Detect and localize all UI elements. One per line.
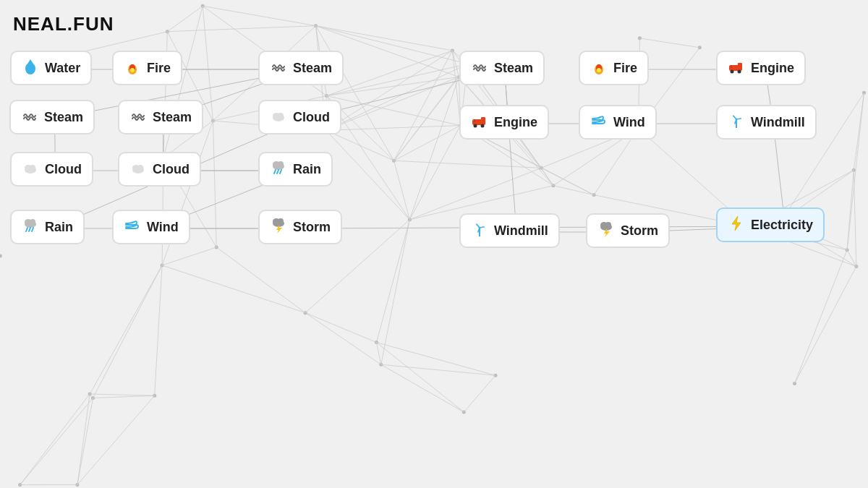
svg-point-225 <box>130 68 135 72</box>
svg-line-45 <box>77 395 155 484</box>
svg-line-67 <box>394 160 542 168</box>
svg-line-59 <box>305 313 376 343</box>
card-rain1[interactable]: Rain <box>258 152 333 187</box>
svg-line-78 <box>394 160 410 219</box>
svg-point-261 <box>30 219 35 225</box>
svg-line-58 <box>162 265 305 313</box>
electricity-label: Electricity <box>751 218 813 233</box>
card-windmill1[interactable]: Windmill <box>716 105 817 140</box>
card-steam2[interactable]: Steam <box>9 100 95 134</box>
svg-line-118 <box>77 398 93 484</box>
fire1-label: Fire <box>147 61 171 76</box>
card-windmill2[interactable]: Windmill <box>459 213 560 248</box>
card-wind2[interactable]: Wind <box>112 210 190 244</box>
svg-line-48 <box>394 51 453 160</box>
rain1-label: Rain <box>293 162 321 177</box>
card-fire1[interactable]: Fire <box>112 51 182 85</box>
card-steam1[interactable]: Steam <box>258 51 344 85</box>
svg-line-43 <box>155 265 162 395</box>
svg-line-54 <box>316 26 394 161</box>
svg-point-249 <box>30 165 35 171</box>
card-cloud3[interactable]: Cloud <box>118 152 201 187</box>
card-water[interactable]: Water <box>10 51 92 85</box>
cloud1-label: Cloud <box>293 110 330 125</box>
electricity-icon <box>728 215 745 235</box>
svg-rect-230 <box>738 63 742 67</box>
rain1-icon <box>270 159 287 179</box>
svg-line-95 <box>376 343 464 412</box>
svg-point-39 <box>0 254 2 258</box>
card-steam3[interactable]: Steam <box>459 51 545 85</box>
svg-line-81 <box>326 130 410 219</box>
svg-point-267 <box>278 218 284 224</box>
cloud2-icon <box>22 159 39 179</box>
svg-marker-278 <box>732 216 741 231</box>
svg-line-91 <box>326 64 468 130</box>
svg-line-138 <box>326 77 459 95</box>
card-cloud1[interactable]: Cloud <box>258 100 341 134</box>
svg-line-94 <box>381 364 464 412</box>
steam3-label: Steam <box>494 61 533 76</box>
card-storm1[interactable]: Storm <box>258 210 342 244</box>
storm1-label: Storm <box>293 220 331 235</box>
card-engine1[interactable]: Engine <box>716 51 806 85</box>
fire1-icon <box>124 58 141 78</box>
card-engine2[interactable]: Engine <box>459 105 549 140</box>
svg-line-119 <box>20 398 93 484</box>
svg-point-236 <box>278 113 284 119</box>
card-fire2[interactable]: Fire <box>579 51 649 85</box>
svg-line-132 <box>847 250 856 267</box>
svg-line-128 <box>409 126 460 220</box>
svg-line-256 <box>274 170 276 174</box>
windmill2-label: Windmill <box>494 223 548 239</box>
card-electricity[interactable]: Electricity <box>716 207 825 242</box>
svg-line-264 <box>32 228 33 231</box>
svg-marker-222 <box>25 59 35 67</box>
cloud3-label: Cloud <box>153 162 190 177</box>
storm2-label: Storm <box>621 223 658 239</box>
steam4-label: Steam <box>153 110 192 125</box>
svg-line-263 <box>29 228 30 231</box>
svg-line-116 <box>93 395 155 398</box>
svg-line-98 <box>90 265 162 394</box>
svg-point-232 <box>738 70 741 74</box>
svg-rect-241 <box>474 119 475 122</box>
svg-line-56 <box>216 247 305 313</box>
svg-rect-271 <box>476 223 480 228</box>
fire2-icon <box>590 58 608 78</box>
water-label: Water <box>45 61 80 76</box>
card-cloud2[interactable]: Cloud <box>10 152 93 187</box>
svg-line-258 <box>280 170 281 174</box>
svg-line-53 <box>167 26 315 32</box>
svg-line-71 <box>795 267 856 384</box>
card-wind1[interactable]: Wind <box>579 105 657 140</box>
storm1-icon <box>270 217 287 237</box>
engine1-label: Engine <box>751 61 794 76</box>
engine2-icon <box>471 112 488 132</box>
svg-point-239 <box>474 124 477 128</box>
svg-line-88 <box>394 64 468 160</box>
steam3-icon <box>471 58 488 78</box>
wind1-icon <box>590 112 608 132</box>
svg-line-70 <box>376 343 495 376</box>
wind2-icon <box>124 217 141 237</box>
fire2-label: Fire <box>613 61 637 76</box>
steam1-label: Steam <box>293 61 332 76</box>
svg-line-40 <box>553 186 594 195</box>
storm2-icon <box>597 221 615 241</box>
svg-line-60 <box>326 51 453 130</box>
svg-line-74 <box>203 6 315 25</box>
svg-line-57 <box>305 313 381 365</box>
svg-rect-233 <box>731 65 732 68</box>
engine2-label: Engine <box>494 115 537 130</box>
svg-point-231 <box>731 70 734 74</box>
card-steam4[interactable]: Steam <box>118 100 203 134</box>
steam4-icon <box>129 107 147 127</box>
svg-line-69 <box>381 364 495 375</box>
rain2-icon <box>22 217 39 237</box>
svg-line-126 <box>326 126 461 131</box>
svg-point-255 <box>278 161 284 167</box>
rain2-label: Rain <box>45 220 73 235</box>
card-storm2[interactable]: Storm <box>586 213 670 248</box>
card-rain2[interactable]: Rain <box>10 210 85 244</box>
